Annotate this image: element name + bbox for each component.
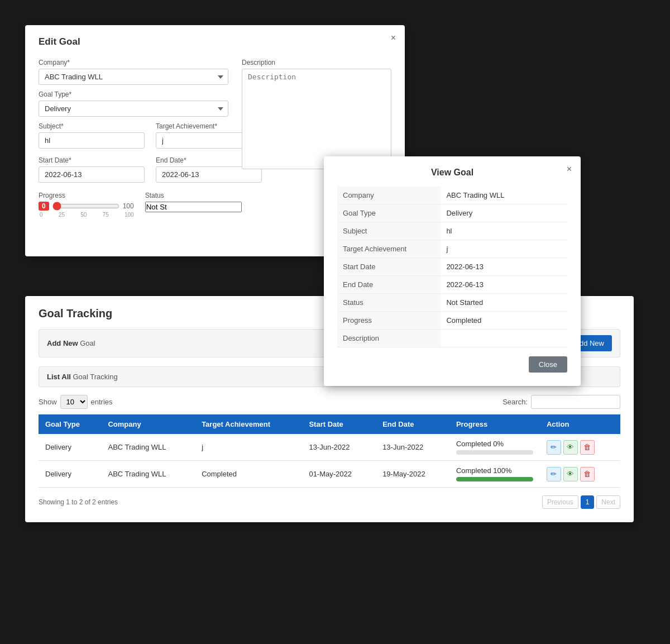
- next-button[interactable]: Next: [596, 495, 620, 509]
- view-row-value: [441, 330, 567, 347]
- view-row-label: Description: [337, 330, 441, 347]
- view-row-label: Subject: [337, 222, 441, 240]
- table-controls: Show 10 25 50 entries Search:: [39, 395, 620, 409]
- progress-bar-cell: Completed 100%: [456, 466, 533, 481]
- progress-group: Progress 0 100 0 25 50 75 100: [39, 192, 134, 218]
- table-header-cell: End Date: [376, 414, 449, 434]
- company-field-group: Company* ABC Trading WLL: [39, 59, 228, 85]
- view-row-label: Start Date: [337, 258, 441, 276]
- start-date-label: Start Date*: [39, 156, 145, 164]
- progress-bar-cell: Completed 0%: [456, 440, 533, 455]
- progress-bar-bg: [456, 450, 533, 455]
- table-row: Delivery ABC Trading WLL j 13-Jun-2022 1…: [39, 434, 620, 461]
- progress-slider[interactable]: [52, 202, 119, 211]
- progress-ticks: 0 25 50 75 100: [39, 212, 134, 218]
- view-table-row: CompanyABC Trading WLL: [337, 187, 567, 204]
- previous-button[interactable]: Previous: [542, 495, 578, 509]
- action-icons: ✏ 👁 🗑: [547, 440, 614, 455]
- table-header-cell: Goal Type: [39, 414, 101, 434]
- view-goal-modal: View Goal × CompanyABC Trading WLLGoal T…: [324, 156, 581, 386]
- view-row-label: Target Achievement: [337, 240, 441, 258]
- status-group: Status: [145, 192, 242, 212]
- data-table: Goal TypeCompanyTarget AchievementStart …: [39, 414, 620, 488]
- goal-type-select[interactable]: Delivery: [39, 101, 228, 117]
- progress-text: Completed 0%: [456, 440, 533, 448]
- show-entries: Show 10 25 50 entries: [39, 395, 113, 409]
- search-input[interactable]: [531, 395, 620, 409]
- table-header-cell: Progress: [449, 414, 540, 434]
- delete-button[interactable]: 🗑: [580, 467, 595, 481]
- entries-select[interactable]: 10 25 50: [60, 395, 88, 409]
- cell-company: ABC Trading WLL: [101, 461, 195, 488]
- table-row: Delivery ABC Trading WLL Completed 01-Ma…: [39, 461, 620, 488]
- view-goal-close-footer-button[interactable]: Close: [529, 356, 567, 373]
- view-row-value: Completed: [441, 312, 567, 330]
- edit-button[interactable]: ✏: [547, 467, 561, 481]
- cell-target-achievement: j: [195, 434, 302, 461]
- showing-text: Showing 1 to 2 of 2 entries: [39, 498, 118, 506]
- status-input[interactable]: [145, 202, 242, 212]
- cell-end-date: 19-May-2022: [376, 461, 449, 488]
- cell-company: ABC Trading WLL: [101, 434, 195, 461]
- subject-target-row: Subject* Target Achievement*: [39, 122, 228, 149]
- edit-goal-close-button[interactable]: ×: [391, 33, 396, 43]
- company-select[interactable]: ABC Trading WLL: [39, 69, 228, 85]
- progress-text: Completed 100%: [456, 466, 533, 475]
- table-header-cell: Start Date: [302, 414, 376, 434]
- view-table-row: End Date2022-06-13: [337, 276, 567, 294]
- progress-label: Progress: [39, 192, 134, 199]
- subject-input[interactable]: [39, 132, 145, 149]
- pagination: Previous 1 Next: [542, 495, 620, 509]
- goal-type-label: Goal Type*: [39, 90, 228, 98]
- table-header-row: Goal TypeCompanyTarget AchievementStart …: [39, 414, 620, 434]
- action-icons: ✏ 👁 🗑: [547, 467, 614, 481]
- view-button[interactable]: 👁: [563, 440, 578, 455]
- description-textarea[interactable]: [242, 69, 391, 169]
- view-button[interactable]: 👁: [563, 467, 578, 481]
- description-label: Description: [242, 59, 391, 66]
- view-table-row: Subjecthl: [337, 222, 567, 240]
- table-footer: Showing 1 to 2 of 2 entries Previous 1 N…: [39, 495, 620, 509]
- page-1-button[interactable]: 1: [581, 495, 595, 509]
- edit-button[interactable]: ✏: [547, 440, 561, 455]
- description-field-group: Description: [242, 59, 391, 169]
- table-header-cell: Company: [101, 414, 195, 434]
- progress-slider-wrapper: 0 100: [39, 202, 134, 211]
- view-row-value: Delivery: [441, 204, 567, 222]
- entries-label: entries: [91, 398, 113, 406]
- table-header: Goal TypeCompanyTarget AchievementStart …: [39, 414, 620, 434]
- dates-row: Start Date* End Date*: [39, 156, 228, 183]
- view-table-row: Description: [337, 330, 567, 347]
- view-goal-close-button[interactable]: ×: [567, 164, 572, 174]
- cell-end-date: 13-Jun-2022: [376, 434, 449, 461]
- subject-label: Subject*: [39, 122, 145, 130]
- view-row-label: Progress: [337, 312, 441, 330]
- view-table-row: StatusNot Started: [337, 294, 567, 312]
- view-row-value: 2022-06-13: [441, 276, 567, 294]
- progress-badge: 0: [39, 202, 49, 211]
- company-label: Company*: [39, 59, 228, 66]
- cell-start-date: 01-May-2022: [302, 461, 376, 488]
- show-label: Show: [39, 398, 57, 406]
- edit-goal-left-column: Company* ABC Trading WLL Goal Type* Deli…: [39, 59, 228, 218]
- goal-type-field-group: Goal Type* Delivery: [39, 90, 228, 117]
- start-date-input[interactable]: [39, 166, 145, 183]
- cell-start-date: 13-Jun-2022: [302, 434, 376, 461]
- table-header-cell: Action: [540, 414, 620, 434]
- view-row-label: Company: [337, 187, 441, 204]
- view-table-row: Start Date2022-06-13: [337, 258, 567, 276]
- search-box: Search:: [502, 395, 620, 409]
- view-table-row: Target Achievementj: [337, 240, 567, 258]
- progress-max: 100: [123, 202, 134, 210]
- cell-progress: Completed 100%: [449, 461, 540, 488]
- add-new-label: Add New Goal: [47, 339, 95, 347]
- view-row-value: Not Started: [441, 294, 567, 312]
- cell-goal-type: Delivery: [39, 434, 101, 461]
- progress-bar-fill: [456, 477, 533, 481]
- view-table-row: Goal TypeDelivery: [337, 204, 567, 222]
- search-label: Search:: [502, 398, 528, 406]
- view-goal-table: CompanyABC Trading WLLGoal TypeDeliveryS…: [337, 187, 567, 347]
- view-row-value: 2022-06-13: [441, 258, 567, 276]
- delete-button[interactable]: 🗑: [580, 440, 595, 455]
- status-label: Status: [145, 192, 242, 199]
